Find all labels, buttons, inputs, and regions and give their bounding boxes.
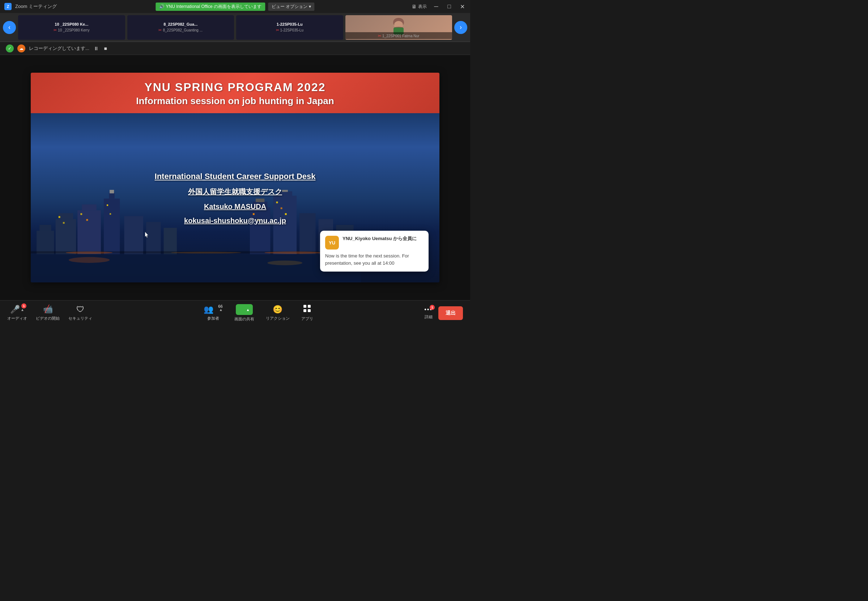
toolbar-audio[interactable]: 🎤 1 ▲ オーディオ	[7, 305, 27, 321]
slide-text-content: International Student Career Support Des…	[155, 172, 316, 225]
security-icon-wrap: 🛡	[76, 305, 84, 314]
screen-share-caret-icon: ▲	[246, 308, 250, 312]
close-button[interactable]: ✕	[459, 3, 466, 10]
toolbar-video[interactable]: 📹 ╱ ビデオの開始	[36, 305, 59, 321]
cloud-recording-icon: ☁	[17, 44, 25, 52]
screen-share-bar: 🔊 YNU International Office の画面を表示しています ビ…	[156, 3, 314, 11]
participant-name-bottom-3: ✂ 1-22SP035-Lu	[276, 28, 304, 32]
svg-rect-13	[110, 190, 114, 194]
career-desk-text: International Student Career Support Des…	[155, 172, 316, 181]
participant-name-bottom-4: ✂ 1_22SP001 Fatma Nur	[347, 34, 451, 38]
chat-message: Now is the time for the next session. Fo…	[325, 252, 424, 267]
mic-muted-icon-4: ✂	[378, 34, 381, 38]
security-badge: ✓	[6, 44, 14, 52]
next-participant-button[interactable]: ›	[454, 21, 467, 34]
screen-share-badge: 🔊 YNU International Office の画面を表示しています	[156, 3, 265, 11]
svg-point-38	[66, 251, 113, 253]
svg-rect-43	[304, 305, 306, 308]
mic-muted-icon-3: ✂	[276, 28, 279, 32]
chat-header: YU YNU_Kiyoko Uematsu から全員に	[325, 236, 424, 250]
svg-rect-8	[59, 213, 73, 219]
svg-rect-26	[59, 216, 60, 218]
svg-rect-6	[40, 224, 51, 230]
audio-badge: 1	[21, 304, 26, 308]
svg-point-39	[171, 252, 241, 253]
apps-label: アプリ	[301, 316, 313, 322]
slide-title-line2: Information session on job hunting in Ja…	[38, 96, 432, 107]
view-options-button[interactable]: ビュー オプション ▾	[268, 3, 315, 11]
svg-rect-31	[110, 213, 111, 214]
recording-text: レコーディングしています...	[29, 45, 89, 52]
toolbar-participants[interactable]: 👥 66 ▲ 参加者	[204, 305, 223, 321]
participant-tile-4[interactable]: ✂ 1_22SP001 Fatma Nur	[345, 15, 452, 40]
participant-name-top-3: 1-22SP035-Lu	[275, 22, 304, 27]
audio-icon: 🎤	[10, 305, 20, 314]
audio-icon-wrap: 🎤 1 ▲	[10, 305, 24, 314]
window-controls: 🖥 表示 ─ □ ✕	[412, 3, 466, 10]
recording-controls: ⏸ ■	[93, 45, 109, 52]
svg-rect-46	[308, 309, 311, 312]
participant-name-bottom-2: ✂ 8_22SP082_Guanting ...	[159, 28, 203, 32]
main-content: YNU SPRING PROGRAM 2022 Information sess…	[0, 55, 470, 300]
svg-rect-14	[124, 216, 143, 254]
mic-muted-icon-1: ✂	[53, 28, 57, 32]
presenter-name: Katsuko MASUDA	[204, 203, 266, 211]
more-badge: 1	[430, 305, 435, 310]
participant-tile-2[interactable]: 8_22SP082_Gua... ✂ 8_22SP082_Guanting ..…	[127, 15, 234, 40]
participants-icon: 👥	[204, 305, 214, 314]
svg-rect-9	[78, 210, 101, 254]
participants-icon-wrap: 👥 66 ▲	[204, 305, 223, 314]
participants-label: 参加者	[207, 316, 219, 321]
toolbar-left: 🎤 1 ▲ オーディオ 📹 ╱ ビデオの開始 🛡 セキュリティ	[7, 305, 92, 321]
reaction-label: リアクション	[266, 316, 290, 321]
toolbar-center: 👥 66 ▲ 参加者 ⬆ ▲ 画面の共有 😊 リアクション	[204, 304, 313, 322]
screen-share-icon-wrap: ⬆ ▲	[236, 304, 253, 315]
presenter-email: kokusai-shushoku@ynu.ac.jp	[184, 217, 286, 225]
participant-tile-3[interactable]: 1-22SP035-Lu ✂ 1-22SP035-Lu	[236, 15, 343, 40]
more-icon-wrap: ••• 1	[424, 306, 433, 313]
audio-label: オーディオ	[7, 316, 27, 321]
chat-notification: YU YNU_Kiyoko Uematsu から全員に Now is the t…	[320, 231, 429, 272]
svg-point-40	[264, 251, 323, 253]
toolbar-reaction[interactable]: 😊 リアクション	[266, 305, 290, 321]
maximize-button[interactable]: □	[445, 3, 453, 10]
security-icon: 🛡	[76, 305, 84, 314]
pause-recording-button[interactable]: ⏸	[93, 45, 99, 52]
screen-share-icon: ⬆	[239, 305, 244, 314]
screen-share-label: 画面の共有	[234, 316, 254, 322]
svg-rect-44	[308, 305, 311, 308]
toolbar-screen-share[interactable]: ⬆ ▲ 画面の共有	[234, 304, 254, 322]
exit-button[interactable]: 退出	[438, 306, 463, 320]
minimize-button[interactable]: ─	[433, 3, 440, 10]
toolbar-right: ••• 1 詳細 退出	[424, 306, 463, 320]
svg-rect-7	[56, 219, 76, 254]
svg-rect-11	[104, 198, 120, 254]
window-title: Zoom ミーティング	[15, 3, 57, 10]
svg-rect-29	[86, 219, 88, 221]
svg-point-41	[69, 257, 110, 262]
presentation-slide: YNU SPRING PROGRAM 2022 Information sess…	[31, 73, 439, 282]
more-label: 詳細	[425, 314, 433, 320]
display-icon: 🖥 表示	[412, 4, 427, 10]
japanese-text: 外国人留学生就職支援デスク	[188, 187, 282, 197]
toolbar-security[interactable]: 🛡 セキュリティ	[69, 305, 92, 321]
participant-name-bottom-1: ✂ 10 _22SP080 Kerry	[53, 28, 89, 32]
mouse-cursor	[145, 232, 147, 235]
reaction-icon-wrap: 😊	[273, 305, 282, 314]
recording-bar: ✓ ☁ レコーディングしています... ⏸ ■	[0, 42, 470, 55]
svg-rect-16	[164, 228, 177, 254]
svg-rect-10	[82, 204, 96, 210]
participant-name-top-1: 10 _22SP080 Ke...	[53, 22, 90, 27]
participant-tile-1[interactable]: 10 _22SP080 Ke... ✂ 10 _22SP080 Kerry	[18, 15, 125, 40]
prev-participant-button[interactable]: ‹	[3, 21, 16, 34]
toolbar-more[interactable]: ••• 1 詳細	[424, 306, 433, 320]
title-bar: Z Zoom ミーティング 🔊 YNU International Office…	[0, 0, 470, 13]
toolbar: 🎤 1 ▲ オーディオ 📹 ╱ ビデオの開始 🛡 セキュリティ	[0, 300, 470, 325]
chat-avatar: YU	[325, 236, 339, 250]
svg-rect-28	[80, 213, 82, 215]
slide-header: YNU SPRING PROGRAM 2022 Information sess…	[31, 73, 439, 113]
chat-sender: YNU_Kiyoko Uematsu から全員に	[343, 236, 416, 242]
stop-recording-button[interactable]: ■	[102, 45, 109, 52]
mic-muted-icon-2: ✂	[159, 28, 162, 32]
toolbar-apps[interactable]: アプリ	[301, 305, 313, 322]
